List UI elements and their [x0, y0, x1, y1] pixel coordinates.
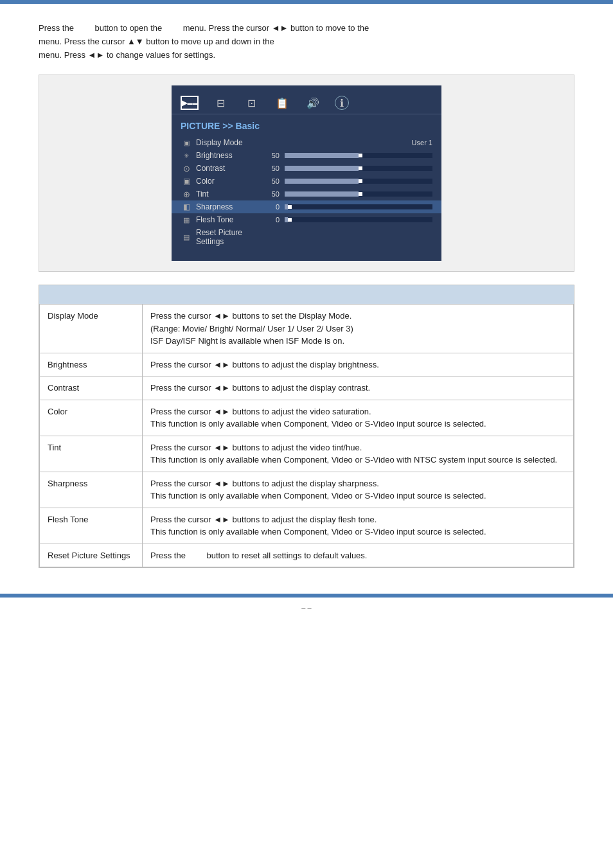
row-desc-brightness: Press the cursor ◄► buttons to adjust th…	[143, 353, 574, 376]
menu-row-tint: ⊕ Tint 50	[172, 188, 441, 200]
color-bar	[285, 179, 432, 184]
flesh-tone-label: Flesh Tone	[196, 215, 260, 224]
contrast-value: 50	[260, 164, 280, 172]
contrast-label: Contrast	[196, 164, 260, 173]
brightness-bar	[285, 153, 432, 158]
tint-label: Tint	[196, 190, 260, 199]
menu-row-sharpness: ◧ Sharpness 0	[172, 200, 441, 213]
brightness-icon: ✳	[181, 151, 192, 160]
intro-text: Press the button to open the menu. Press…	[39, 22, 574, 62]
row-label-tint: Tint	[40, 436, 143, 472]
menu-row-brightness: ✳ Brightness 50	[172, 149, 441, 162]
menu-icon-2: ⊟	[211, 96, 229, 110]
row-label-contrast: Contrast	[40, 376, 143, 400]
table-header	[39, 285, 574, 305]
row-desc-tint: Press the cursor ◄► buttons to adjust th…	[143, 436, 574, 472]
sharpness-value: 0	[260, 203, 280, 211]
contrast-icon: ⊙	[181, 164, 192, 173]
sharpness-icon: ◧	[181, 202, 192, 211]
row-desc-sharpness: Press the cursor ◄► buttons to adjust th…	[143, 472, 574, 508]
sharpness-label: Sharpness	[196, 202, 260, 211]
row-label-display-mode: Display Mode	[40, 305, 143, 353]
contrast-bar	[285, 166, 432, 171]
display-mode-value: User 1	[412, 139, 432, 146]
menu-row-display-mode: ▣ Display Mode User 1	[172, 136, 441, 149]
menu-image-section: ▶▬▬ ⊟ ⊡ 📋 🔊 ℹ PICTURE >> Basic ▣ Display…	[0, 75, 613, 285]
footer-text: – –	[301, 604, 311, 612]
brightness-label: Brightness	[196, 151, 260, 160]
menu-box: ▶▬▬ ⊟ ⊡ 📋 🔊 ℹ PICTURE >> Basic ▣ Display…	[172, 85, 441, 261]
page-wrapper: Press the button to open the menu. Press…	[0, 0, 613, 618]
display-mode-label: Display Mode	[196, 138, 260, 147]
flesh-tone-icon: ▦	[181, 215, 192, 224]
table-row: Display Mode Press the cursor ◄► buttons…	[40, 305, 574, 353]
row-label-color: Color	[40, 400, 143, 436]
tint-icon: ⊕	[181, 190, 192, 199]
page-footer: – –	[0, 598, 613, 618]
table-section: Display Mode Press the cursor ◄► buttons…	[0, 285, 613, 581]
menu-row-flesh-tone: ▦ Flesh Tone 0	[172, 213, 441, 226]
menu-icon-3: ⊡	[242, 96, 260, 110]
table-row: Tint Press the cursor ◄► buttons to adju…	[40, 436, 574, 472]
display-mode-icon: ▣	[181, 138, 192, 147]
row-desc-display-mode: Press the cursor ◄► buttons to set the D…	[143, 305, 574, 353]
row-label-flesh-tone: Flesh Tone	[40, 508, 143, 544]
tint-value: 50	[260, 190, 280, 198]
flesh-tone-value: 0	[260, 216, 280, 224]
table-row: Reset Picture Settings Press the button …	[40, 544, 574, 567]
menu-icon-6: ℹ	[335, 96, 349, 110]
intro-section: Press the button to open the menu. Press…	[0, 4, 613, 75]
menu-title: PICTURE >> Basic	[172, 118, 441, 136]
menu-row-color: ▣ Color 50	[172, 175, 441, 188]
tint-bar	[285, 191, 432, 197]
flesh-tone-bar	[285, 217, 432, 222]
sharpness-bar	[285, 204, 432, 209]
color-value: 50	[260, 177, 280, 185]
table-row: Contrast Press the cursor ◄► buttons to …	[40, 376, 574, 400]
reset-label: Reset Picture Settings	[196, 228, 260, 246]
reset-icon: ▤	[181, 233, 192, 242]
menu-icon-5: 🔊	[304, 96, 322, 110]
table-row: Color Press the cursor ◄► buttons to adj…	[40, 400, 574, 436]
row-desc-reset: Press the button to reset all settings t…	[143, 544, 574, 567]
color-label: Color	[196, 177, 260, 186]
menu-icon-4: 📋	[273, 96, 291, 110]
row-desc-contrast: Press the cursor ◄► buttons to adjust th…	[143, 376, 574, 400]
row-label-reset: Reset Picture Settings	[40, 544, 143, 567]
table-row: Brightness Press the cursor ◄► buttons t…	[40, 353, 574, 376]
table-outer: Display Mode Press the cursor ◄► buttons…	[39, 285, 574, 568]
menu-row-contrast: ⊙ Contrast 50	[172, 162, 441, 175]
menu-box-outer: ▶▬▬ ⊟ ⊡ 📋 🔊 ℹ PICTURE >> Basic ▣ Display…	[39, 75, 574, 272]
row-desc-flesh-tone: Press the cursor ◄► buttons to adjust th…	[143, 508, 574, 544]
row-label-brightness: Brightness	[40, 353, 143, 376]
row-desc-color: Press the cursor ◄► buttons to adjust th…	[143, 400, 574, 436]
color-icon: ▣	[181, 177, 192, 186]
desc-table: Display Mode Press the cursor ◄► buttons…	[39, 305, 574, 567]
brightness-value: 50	[260, 152, 280, 159]
table-row: Flesh Tone Press the cursor ◄► buttons t…	[40, 508, 574, 544]
menu-icons-row: ▶▬▬ ⊟ ⊡ 📋 🔊 ℹ	[172, 92, 441, 114]
menu-row-reset: ▤ Reset Picture Settings	[172, 226, 441, 248]
menu-icon-picture: ▶▬▬	[181, 96, 199, 110]
row-label-sharpness: Sharpness	[40, 472, 143, 508]
table-row: Sharpness Press the cursor ◄► buttons to…	[40, 472, 574, 508]
